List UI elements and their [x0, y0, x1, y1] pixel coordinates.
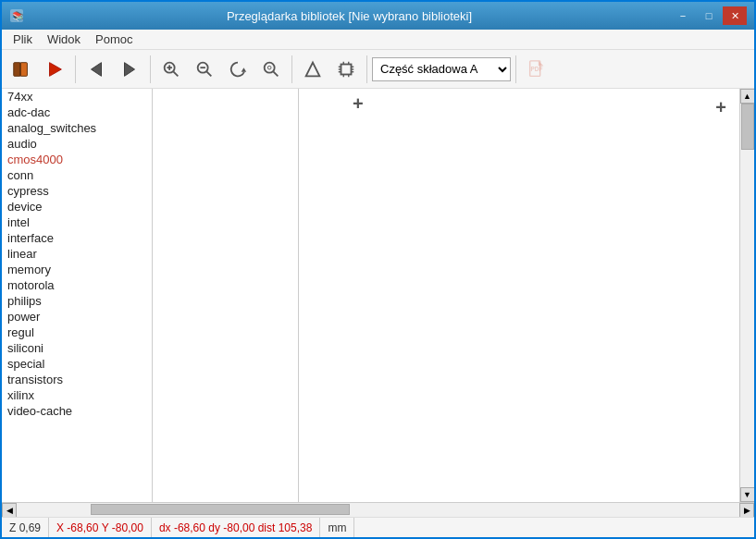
svg-line-17: [273, 71, 278, 76]
horizontal-scrollbar[interactable]: ◀ ▶: [2, 502, 754, 517]
separator-2: [150, 55, 151, 83]
library-list-item[interactable]: intel: [2, 214, 152, 230]
library-list-item[interactable]: siliconi: [2, 340, 152, 356]
y-coord: Y -80,00: [102, 521, 143, 534]
component-list[interactable]: [153, 89, 299, 502]
pdf-button: PDF: [521, 54, 552, 85]
zoom-in-icon: [161, 59, 181, 80]
library-list-item[interactable]: conn: [2, 167, 152, 183]
svg-marker-33: [539, 60, 544, 66]
svg-marker-6: [92, 62, 102, 76]
forward-button[interactable]: [114, 54, 145, 85]
library-list-item[interactable]: cypress: [2, 183, 152, 199]
menu-pomoc[interactable]: Pomoc: [88, 31, 140, 48]
library-list-item[interactable]: special: [2, 356, 152, 372]
back-icon: [86, 59, 106, 80]
svg-point-16: [265, 62, 275, 72]
scrollbar-track[interactable]: [740, 104, 754, 487]
library-list-item[interactable]: device: [2, 199, 152, 214]
svg-line-9: [173, 71, 178, 76]
scrollbar-thumb[interactable]: [741, 104, 754, 150]
reset-view-button[interactable]: [222, 54, 254, 85]
library-list-item[interactable]: xilinx: [2, 387, 152, 403]
menu-widok[interactable]: Widok: [40, 31, 88, 48]
x-coord: X -68,60: [56, 521, 98, 534]
minimize-button[interactable]: −: [671, 6, 695, 25]
svg-rect-3: [20, 62, 27, 76]
library-list-item[interactable]: regul: [2, 325, 152, 340]
delta-status: dx -68,60 dy -80,00 dist 105,38: [152, 518, 321, 537]
scroll-left-button[interactable]: ◀: [2, 503, 17, 518]
close-button[interactable]: ✕: [723, 6, 747, 25]
library-list-item[interactable]: interface: [2, 230, 152, 246]
book-icon: [11, 59, 31, 80]
svg-text:📚: 📚: [12, 10, 24, 22]
library-list[interactable]: 74xxadc-dacanalog_switchesaudiocmos4000c…: [2, 89, 153, 502]
library-list-item[interactable]: linear: [2, 246, 152, 262]
title-bar: 📚 Przeglądarka bibliotek [Nie wybrano bi…: [2, 2, 754, 30]
library-list-item[interactable]: 74xx: [2, 89, 152, 104]
forward-icon: [119, 59, 140, 80]
library-list-item[interactable]: memory: [2, 262, 152, 277]
library-list-item[interactable]: philips: [2, 293, 152, 309]
shape-icon: [303, 59, 323, 80]
crosshair-topright: +: [715, 98, 726, 116]
bottom-section: ◀ ▶ Z 0,69 X -68,60 Y -80,00 dx -68,60 d…: [2, 502, 754, 537]
unit-status: mm: [320, 518, 354, 537]
toolbar: Część składowa A PDF: [2, 50, 754, 89]
app-icon: 📚: [9, 8, 24, 23]
library-list-item[interactable]: motorola: [2, 277, 152, 293]
svg-marker-5: [50, 62, 62, 76]
library-list-item[interactable]: adc-dac: [2, 104, 152, 120]
svg-marker-15: [242, 67, 247, 72]
svg-rect-20: [341, 64, 352, 74]
separator-4: [366, 55, 367, 83]
menu-bar: Plik Widok Pomoc: [2, 30, 754, 50]
pdf-icon: PDF: [527, 59, 547, 80]
svg-marker-19: [306, 62, 320, 76]
h-scrollbar-track[interactable]: [17, 503, 739, 517]
dx-value: dx -68,60: [159, 521, 205, 534]
main-window: 📚 Przeglądarka bibliotek [Nie wybrano bi…: [0, 0, 756, 539]
reset-icon: [228, 59, 248, 80]
scroll-up-button[interactable]: ▲: [740, 89, 755, 104]
svg-text:PDF: PDF: [531, 65, 543, 71]
menu-plik[interactable]: Plik: [6, 31, 40, 48]
library-list-item[interactable]: audio: [2, 136, 152, 152]
status-bar: Z 0,69 X -68,60 Y -80,00 dx -68,60 dy -8…: [2, 517, 754, 537]
library-list-item[interactable]: cmos4000: [2, 152, 152, 167]
main-area: 74xxadc-dacanalog_switchesaudiocmos4000c…: [2, 89, 754, 502]
search-button[interactable]: [255, 54, 287, 85]
open-library-button[interactable]: [6, 54, 37, 85]
zoom-in-button[interactable]: [155, 54, 187, 85]
window-title: Przeglądarka bibliotek [Nie wybrano bibl…: [28, 9, 671, 23]
shape-button[interactable]: [297, 54, 328, 85]
svg-line-13: [206, 71, 211, 76]
zoom-status: Z 0,69: [9, 518, 49, 537]
svg-rect-2: [14, 62, 20, 76]
component-part-dropdown[interactable]: Część składowa A: [372, 57, 511, 81]
ic-button[interactable]: [330, 54, 362, 85]
library-list-item[interactable]: analog_switches: [2, 120, 152, 136]
maximize-button[interactable]: □: [697, 6, 721, 25]
preview-area[interactable]: + +: [299, 89, 739, 502]
svg-marker-7: [125, 62, 135, 76]
library-list-item[interactable]: transistors: [2, 372, 152, 387]
zoom-out-button[interactable]: [189, 54, 220, 85]
separator-1: [75, 55, 76, 83]
library-list-item[interactable]: power: [2, 309, 152, 325]
back-button[interactable]: [81, 54, 112, 85]
separator-5: [515, 55, 516, 83]
ic-icon: [336, 59, 356, 80]
separator-3: [291, 55, 292, 83]
window-controls: − □ ✕: [671, 6, 747, 25]
scroll-down-button[interactable]: ▼: [740, 487, 755, 502]
dist-value: dist 105,38: [258, 521, 313, 534]
search-icon: [261, 59, 281, 80]
run-button[interactable]: [39, 54, 70, 85]
vertical-scrollbar[interactable]: ▲ ▼: [739, 89, 754, 502]
library-list-item[interactable]: video-cache: [2, 403, 152, 419]
scroll-right-button[interactable]: ▶: [739, 503, 754, 518]
dy-value: dy -80,00: [208, 521, 254, 534]
h-scrollbar-thumb[interactable]: [91, 504, 350, 515]
